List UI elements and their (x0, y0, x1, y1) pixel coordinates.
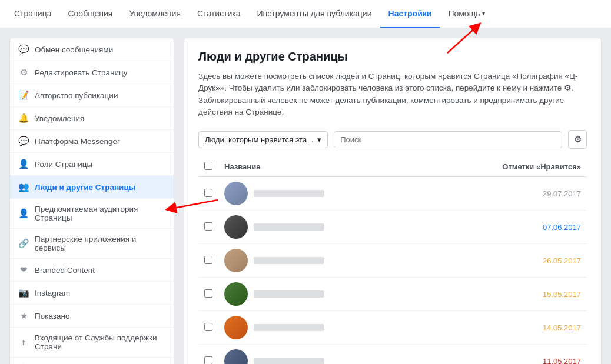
sidebar-item-authorship[interactable]: 📝 Авторство публикации (10, 84, 174, 107)
top-navigation: Страница Сообщения Уведомления Статистик… (0, 0, 611, 28)
row-name-cell (218, 345, 422, 365)
like-date: 29.07.2017 (422, 177, 587, 211)
facebook-icon: f (18, 338, 29, 347)
row-name-cell (218, 177, 422, 211)
nav-pomoshch[interactable]: Помощь ▾ (440, 0, 493, 28)
user-name-placeholder (254, 358, 324, 364)
sidebar-item-branded-content[interactable]: ❤ Branded Content (10, 259, 174, 282)
user-name-placeholder (254, 290, 324, 298)
like-date: 07.06.2017 (422, 211, 587, 244)
row-name-cell (218, 211, 422, 244)
row-checkbox[interactable] (204, 289, 212, 298)
table-row: 15.05.2017 (198, 278, 587, 311)
row-name-cell (218, 278, 422, 311)
row-checkbox-cell (198, 177, 218, 211)
user-name-placeholder (254, 257, 324, 264)
avatar (224, 182, 248, 205)
filter-row: Люди, которым нравится эта ... ▾ ⚙ (198, 130, 587, 149)
row-name-cell (218, 244, 422, 278)
table-row: 11.05.2017 (198, 345, 587, 365)
sidebar-item-journal[interactable]: 📋 Журнал действий (10, 358, 174, 364)
row-checkbox-cell (198, 345, 218, 365)
main-content: Люди и другие Страницы Здесь вы можете п… (184, 38, 602, 364)
like-date: 11.05.2017 (422, 345, 587, 365)
messages-icon: 💬 (18, 44, 29, 55)
gear-button[interactable]: ⚙ (568, 130, 587, 149)
help-chevron-icon: ▾ (482, 10, 485, 16)
people-icon: 👥 (18, 182, 29, 192)
row-checkbox-cell (198, 278, 218, 311)
nav-soobshenia[interactable]: Сообщения (59, 0, 121, 28)
instagram-icon: 📷 (18, 288, 29, 298)
page-title: Люди и другие Страницы (198, 50, 587, 64)
sidebar-item-messages[interactable]: 💬 Обмен сообщениями (10, 38, 174, 61)
nav-stranitsa[interactable]: Страница (6, 0, 59, 28)
name-header: Название (218, 157, 422, 177)
sidebar-item-edit-page[interactable]: ⚙ Редактировать Страницу (10, 61, 174, 84)
nav-nastroyki[interactable]: Настройки (380, 0, 440, 28)
people-filter-dropdown[interactable]: Люди, которым нравится эта ... ▾ (198, 131, 328, 148)
table-row: 29.07.2017 (198, 177, 587, 211)
like-date: 14.05.2017 (422, 311, 587, 345)
filter-label: Люди, которым нравится эта ... ▾ (205, 135, 321, 144)
table-row: 26.05.2017 (198, 244, 587, 278)
avatar (224, 282, 248, 306)
partners-icon: 🔗 (18, 238, 29, 249)
authorship-icon: 📝 (18, 90, 29, 101)
sidebar-item-audience[interactable]: 👤 Предпочитаемая аудитория Страницы (10, 199, 174, 229)
nav-statistika[interactable]: Статистика (189, 0, 249, 28)
sidebar-item-partners[interactable]: 🔗 Партнерские приложения и сервисы (10, 229, 174, 259)
row-checkbox[interactable] (204, 356, 212, 365)
sidebar-item-roles[interactable]: 👤 Роли Страницы (10, 153, 174, 176)
sidebar-item-featured[interactable]: ★ Показано (10, 305, 174, 328)
avatar (224, 249, 248, 272)
branded-icon: ❤ (18, 265, 29, 275)
sidebar-item-messenger[interactable]: 💬 Платформа Messenger (10, 130, 174, 153)
avatar (224, 215, 248, 239)
like-date: 15.05.2017 (422, 278, 587, 311)
bell-icon: 🔔 (18, 113, 29, 123)
sidebar-item-instagram[interactable]: 📷 Instagram (10, 282, 174, 305)
table-row: 14.05.2017 (198, 311, 587, 345)
row-checkbox[interactable] (204, 256, 212, 264)
row-checkbox[interactable] (204, 222, 212, 231)
user-name-placeholder (254, 324, 324, 331)
row-name-cell (218, 311, 422, 345)
nav-uvedomleniya[interactable]: Уведомления (121, 0, 189, 28)
sidebar-item-people-pages[interactable]: 👥 Люди и другие Страницы (10, 176, 174, 199)
row-checkbox-cell (198, 311, 218, 345)
row-checkbox[interactable] (204, 189, 212, 197)
user-name-placeholder (254, 190, 324, 197)
edit-icon: ⚙ (18, 67, 29, 78)
audience-icon: 👤 (18, 208, 29, 219)
table-row: 07.06.2017 (198, 211, 587, 244)
page-description: Здесь вы можете посмотреть список людей … (198, 71, 587, 118)
row-checkbox-cell (198, 211, 218, 244)
like-date: 26.05.2017 (422, 244, 587, 278)
messenger-icon: 💬 (18, 136, 29, 146)
search-input[interactable] (334, 131, 562, 148)
likes-header: Отметки «Нравится» (422, 157, 587, 177)
row-checkbox[interactable] (204, 323, 212, 331)
roles-icon: 👤 (18, 159, 29, 169)
sidebar-item-notifications[interactable]: 🔔 Уведомления (10, 107, 174, 130)
avatar (224, 349, 248, 364)
people-table: Название Отметки «Нравится» (198, 157, 587, 364)
nav-instrumenty[interactable]: Инструменты для публикации (249, 0, 380, 28)
user-name-placeholder (254, 223, 324, 231)
row-checkbox-cell (198, 244, 218, 278)
gear-icon: ⚙ (574, 134, 582, 145)
star-icon: ★ (18, 310, 29, 321)
checkbox-header (198, 157, 218, 177)
settings-sidebar: 💬 Обмен сообщениями ⚙ Редактировать Стра… (9, 38, 174, 364)
sidebar-item-support[interactable]: f Входящие от Службы поддержки Страни (10, 328, 174, 358)
select-all-checkbox[interactable] (204, 162, 212, 170)
avatar (224, 316, 248, 339)
